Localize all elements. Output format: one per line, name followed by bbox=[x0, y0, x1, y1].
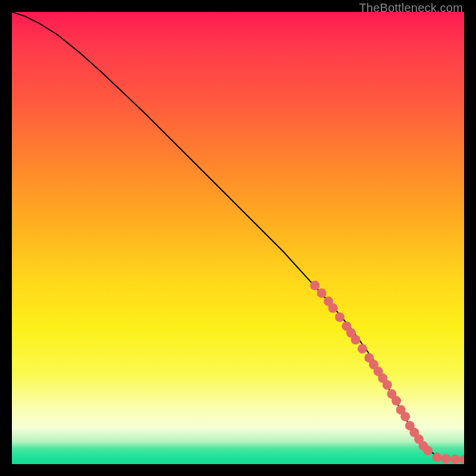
chart-stage: TheBottleneck.com bbox=[0, 0, 476, 476]
scatter-point bbox=[351, 335, 361, 345]
scatter-point bbox=[383, 380, 392, 390]
scatter-point bbox=[317, 289, 327, 298]
scatter-point bbox=[358, 344, 367, 353]
scatter-point bbox=[328, 303, 338, 313]
scatter-point bbox=[450, 455, 460, 464]
plot-svg bbox=[12, 12, 464, 464]
main-curve bbox=[12, 12, 464, 459]
scatter-point bbox=[432, 453, 441, 462]
scatter-point bbox=[441, 454, 451, 464]
scatter-point bbox=[310, 281, 320, 290]
scatter-point bbox=[459, 455, 464, 464]
scatter-point bbox=[423, 446, 433, 455]
plot-area bbox=[12, 12, 464, 464]
scatter-point bbox=[400, 412, 410, 421]
scatter-point bbox=[392, 396, 401, 406]
scatter-point bbox=[335, 312, 345, 322]
scatter-markers bbox=[310, 281, 464, 464]
